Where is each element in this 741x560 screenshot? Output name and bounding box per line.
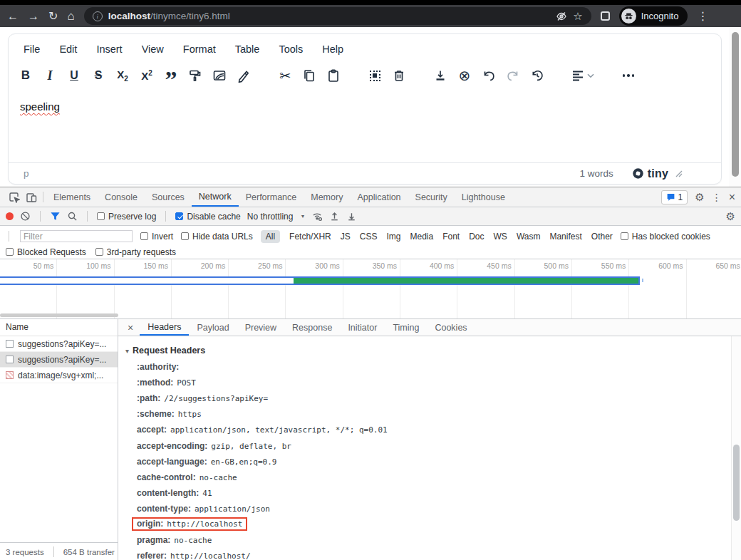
close-detail-icon[interactable]: × [118, 322, 140, 333]
editor-menu-item[interactable]: View [142, 43, 164, 55]
element-path[interactable]: p [24, 168, 29, 179]
editor-menu-item[interactable]: Help [322, 43, 343, 55]
network-conditions-icon[interactable] [311, 211, 323, 222]
detail-tab[interactable]: Initiator [340, 320, 385, 336]
detail-tab[interactable]: Preview [237, 320, 284, 336]
devtools-tab[interactable]: Sources [145, 188, 192, 207]
align-dropdown-button[interactable] [566, 68, 599, 83]
record-network-log-icon[interactable] [6, 212, 14, 220]
hide-data-urls-checkbox[interactable] [181, 232, 189, 240]
editor-menu-item[interactable]: Table [235, 43, 260, 55]
import-har-icon[interactable] [329, 211, 340, 222]
device-toolbar-icon[interactable] [23, 189, 40, 206]
editor-menu-item[interactable]: File [24, 43, 40, 55]
inspect-element-icon[interactable] [6, 189, 23, 206]
resource-type-filter[interactable]: Img [386, 232, 400, 242]
resource-type-filter[interactable]: All [261, 230, 280, 243]
word-count[interactable]: 1 words [579, 168, 613, 179]
resource-type-filter[interactable]: JS [341, 232, 351, 242]
detail-scrollbar[interactable] [731, 336, 741, 560]
devtools-close-icon[interactable]: × [729, 192, 735, 203]
superscript-button[interactable]: X2 [135, 63, 159, 88]
bold-button[interactable]: B [14, 63, 38, 88]
devtools-tab[interactable]: Console [98, 188, 145, 207]
devtools-tab[interactable]: Application [350, 188, 408, 207]
editor-menu-item[interactable]: Edit [59, 43, 77, 55]
bookmark-star-icon[interactable]: ☆ [573, 10, 582, 23]
reload-icon[interactable]: ↻ [48, 11, 58, 22]
editor-menu-item[interactable]: Tools [279, 43, 303, 55]
copy-button[interactable] [297, 63, 321, 88]
tab-search-icon[interactable] [601, 11, 610, 21]
devtools-menu-icon[interactable]: ⋮ [712, 192, 722, 203]
cut-button[interactable]: ✂ [273, 63, 297, 88]
site-info-icon[interactable]: i [93, 11, 103, 21]
clear-network-log-icon[interactable] [20, 211, 31, 222]
underline-button[interactable]: U [62, 63, 86, 88]
undo-icon[interactable] [477, 63, 501, 88]
strikethrough-button[interactable]: S [86, 63, 110, 88]
devtools-tab[interactable]: Elements [46, 188, 98, 207]
url-bar[interactable]: i localhost/tinymce/tiny6.html ☆ [84, 7, 591, 25]
paste-button[interactable] [321, 63, 346, 88]
timeline-scrollbar-thumb[interactable] [0, 313, 118, 317]
page-scrollbar-thumb[interactable] [732, 32, 739, 177]
invert-checkbox[interactable] [140, 232, 148, 240]
delete-icon[interactable] [387, 63, 411, 88]
subscript-button[interactable]: X2 [110, 63, 135, 88]
issues-badge[interactable]: 1 [661, 190, 688, 204]
export-har-icon[interactable] [346, 211, 357, 222]
devtools-tab[interactable]: Performance [239, 188, 304, 207]
permanent-pen-icon[interactable] [232, 63, 256, 88]
network-settings-icon[interactable]: ⚙ [726, 211, 735, 222]
blocked-requests-checkbox[interactable] [6, 248, 14, 256]
search-icon[interactable] [67, 211, 78, 222]
resource-type-filter[interactable]: CSS [360, 232, 378, 242]
throttling-select[interactable]: No throttling ▼ [247, 212, 306, 222]
request-list-header[interactable]: Name [0, 319, 118, 336]
cancel-icon[interactable]: ⊗ [452, 63, 477, 88]
redo-icon[interactable] [501, 63, 525, 88]
browser-menu-icon[interactable]: ⋮ [697, 11, 708, 22]
editor-menu-item[interactable]: Insert [96, 43, 122, 55]
blockquote-button[interactable]: ” [159, 63, 183, 88]
page-scrollbar[interactable] [729, 27, 741, 187]
resource-type-filter[interactable]: WS [494, 232, 507, 242]
devtools-tab[interactable]: Network [192, 188, 239, 207]
request-row[interactable]: suggestions?apiKey=... [0, 336, 118, 352]
image-button[interactable] [207, 63, 232, 88]
cookies-blocked-icon[interactable] [556, 11, 567, 22]
restore-draft-icon[interactable] [525, 63, 549, 88]
format-painter-icon[interactable] [183, 63, 207, 88]
detail-tab[interactable]: Cookies [427, 320, 475, 336]
request-headers-section-header[interactable]: ▾ Request Headers [125, 342, 727, 359]
tiny-branding[interactable]: tiny [632, 167, 668, 180]
network-overview-timeline[interactable]: 50 ms100 ms150 ms200 ms250 ms300 ms350 m… [0, 259, 741, 319]
export-icon[interactable] [428, 63, 452, 88]
resource-type-filter[interactable]: Other [591, 232, 613, 242]
resize-handle[interactable] [675, 170, 683, 177]
resource-type-filter[interactable]: Media [410, 232, 433, 242]
resource-type-filter[interactable]: Doc [469, 232, 484, 242]
detail-tab[interactable]: Response [284, 320, 340, 336]
devtools-tab[interactable]: Security [408, 188, 455, 207]
request-row[interactable]: suggestions?apiKey=... [0, 352, 118, 368]
detail-tab[interactable]: Headers [140, 320, 189, 336]
detail-scrollbar-thumb[interactable] [733, 445, 740, 521]
network-filter-input[interactable] [20, 230, 133, 242]
home-icon[interactable]: ⌂ [67, 10, 74, 22]
more-toolbar-icon[interactable] [616, 63, 641, 88]
has-blocked-cookies-checkbox[interactable] [621, 232, 628, 240]
third-party-requests-checkbox[interactable] [95, 248, 103, 256]
devtools-tab[interactable]: Lighthouse [455, 188, 512, 207]
devtools-settings-icon[interactable]: ⚙ [695, 192, 704, 202]
filter-toggle-icon[interactable] [50, 211, 61, 222]
detail-tab[interactable]: Timing [385, 320, 427, 336]
editor-menu-item[interactable]: Format [183, 43, 216, 55]
back-icon[interactable]: ← [7, 11, 19, 22]
editor-content-area[interactable]: speeling [9, 91, 721, 162]
detail-tab[interactable]: Payload [189, 320, 237, 336]
italic-button[interactable]: I [38, 63, 62, 88]
disable-cache-checkbox[interactable] [175, 212, 183, 220]
misspelled-word[interactable]: speeling [20, 100, 60, 113]
